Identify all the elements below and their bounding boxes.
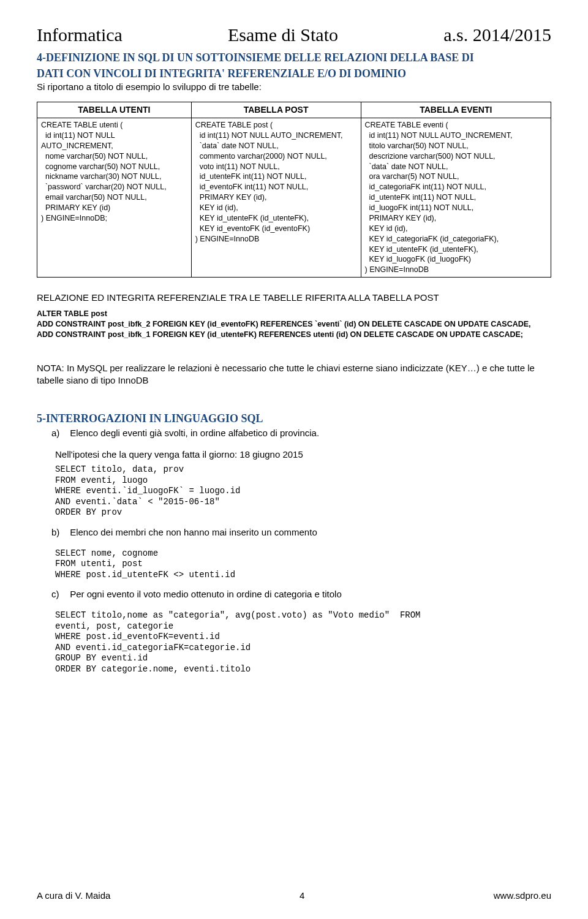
th-eventi: TABELLA EVENTI (361, 102, 551, 118)
section4-title-line1: 4-DEFINIZIONE IN SQL DI UN SOTTOINSIEME … (37, 51, 551, 65)
th-utenti: TABELLA UTENTI (37, 102, 192, 118)
th-post: TABELLA POST (191, 102, 361, 118)
item-a-subtext: Nell'ipotesi che la query venga fatta il… (55, 449, 551, 460)
item-a-text: Elenco degli eventi già svolti, in ordin… (70, 428, 319, 438)
item-b-text: Elenco dei membri che non hanno mai inse… (70, 527, 317, 537)
page-footer: A cura di V. Maida 4 www.sdpro.eu (37, 878, 551, 901)
item-a-code: SELECT titolo, data, prov FROM eventi, l… (55, 464, 551, 518)
nota-paragraph: NOTA: In MySQL per realizzare le relazio… (37, 362, 551, 387)
sql-post: CREATE TABLE post ( id int(11) NOT NULL … (195, 120, 357, 244)
page-header: Informatica Esame di Stato a.s. 2014/201… (37, 25, 551, 45)
header-center: Esame di Stato (228, 25, 338, 45)
item-a-label: a) (51, 428, 67, 438)
header-left: Informatica (37, 25, 123, 45)
item-c-label: c) (51, 589, 67, 599)
item-c-text: Per ogni evento il voto medio ottenuto i… (70, 589, 342, 599)
footer-left: A cura di V. Maida (37, 890, 110, 901)
header-right: a.s. 2014/2015 (443, 25, 551, 45)
sql-eventi: CREATE TABLE eventi ( id int(11) NOT NUL… (365, 120, 547, 275)
alter-line1: ALTER TABLE post (37, 309, 551, 319)
footer-right: www.sdpro.eu (494, 890, 551, 901)
document-page: Informatica Esame di Stato a.s. 2014/201… (0, 0, 588, 919)
section5-title: 5-INTERROGAZIONI IN LINGUAGGIO SQL (37, 412, 551, 425)
sql-tables: TABELLA UTENTI TABELLA POST TABELLA EVEN… (37, 102, 551, 278)
alter-table-block: ALTER TABLE post ADD CONSTRAINT post_ibf… (37, 309, 551, 340)
section4-title-line2: DATI CON VINCOLI DI INTEGRITA' REFERENZI… (37, 67, 551, 81)
sql-utenti: CREATE TABLE utenti ( id int(11) NOT NUL… (41, 120, 187, 224)
item-c-code: SELECT titolo,nome as "categoria", avg(p… (55, 610, 551, 675)
rel-title: RELAZIONE ED INTEGRITA REFERENZIALE TRA … (37, 292, 551, 303)
alter-line3: ADD CONSTRAINT post_ibfk_1 FOREIGN KEY (… (37, 330, 551, 340)
item-b-code: SELECT nome, cognome FROM utenti, post W… (55, 548, 551, 581)
item-b-label: b) (51, 527, 67, 537)
alter-line2: ADD CONSTRAINT post_ibfk_2 FOREIGN KEY (… (37, 319, 551, 330)
section4-intro: Si riportano a titolo di esempio lo svil… (37, 81, 551, 92)
query-list: a) Elenco degli eventi già svolti, in or… (51, 428, 551, 444)
footer-center: 4 (300, 890, 304, 901)
